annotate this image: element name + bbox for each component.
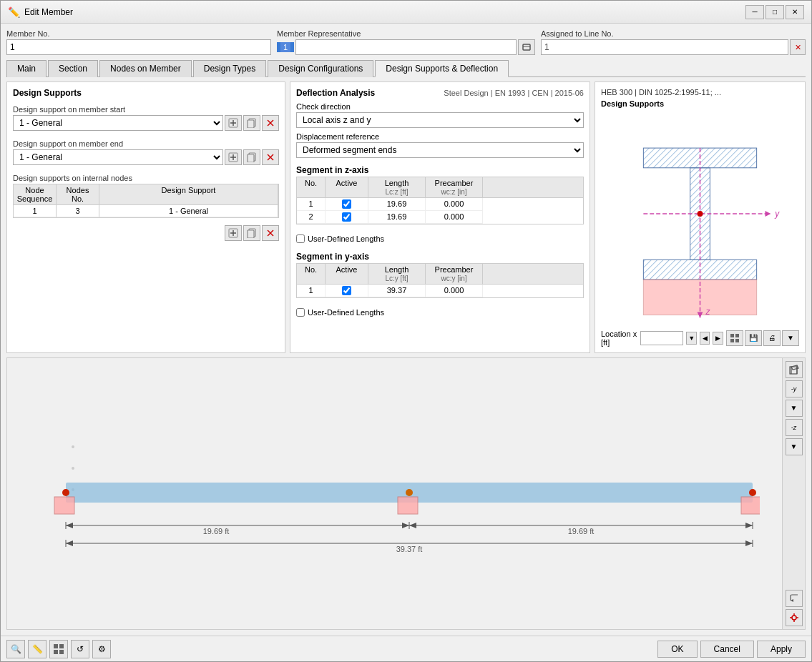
location-next-btn[interactable]: ▶	[713, 332, 723, 345]
seg-z-active-2[interactable]	[326, 211, 368, 224]
seg-y-precamber-1: 0.000	[426, 285, 483, 297]
start-support-delete-button[interactable]	[262, 115, 279, 131]
assigned-line-label: Assigned to Line No.	[541, 29, 806, 38]
diagram-special-btn-1[interactable]	[786, 590, 803, 607]
diagram-view-btn-3[interactable]: ▼	[786, 400, 803, 417]
copy-icon	[247, 228, 257, 238]
cell-support: 1 - General	[99, 205, 278, 217]
bottom-icon-grid[interactable]	[49, 640, 68, 658]
diagram-area: 19.69 ft 19.69 ft 39.37 ft	[7, 358, 782, 630]
seg-y-length-1: 39.37	[368, 285, 426, 297]
col-node-seq: NodeSequence	[14, 184, 57, 204]
tab-bar: Main Section Nodes on Member Design Type…	[6, 59, 806, 77]
add-icon	[228, 228, 238, 238]
end-support-add-button[interactable]	[225, 149, 242, 165]
seg-y-active-1[interactable]	[326, 285, 368, 297]
svg-rect-6	[248, 120, 254, 128]
cell-seq: 1	[14, 205, 57, 217]
user-defined-z-checkbox[interactable]	[296, 234, 305, 243]
seg-z-no-2: 2	[297, 211, 326, 224]
minimize-button[interactable]: ─	[745, 5, 764, 19]
internal-add-button[interactable]	[225, 225, 242, 241]
tab-section[interactable]: Section	[48, 60, 98, 77]
table-row[interactable]: 1 3 1 - General	[14, 205, 278, 217]
design-supports-title: Design Supports	[13, 88, 279, 98]
svg-point-34	[698, 211, 703, 217]
seg-z-no-1: 1	[297, 198, 326, 211]
svg-point-40	[72, 445, 74, 448]
bottom-icon-measure[interactable]: 📏	[28, 640, 47, 658]
svg-rect-77	[54, 644, 58, 648]
segment-y-title: Segment in y-axis	[296, 252, 584, 262]
member-no-input[interactable]	[6, 39, 271, 55]
bottom-icon-search[interactable]: 🔍	[6, 640, 25, 658]
cell-nodes: 3	[57, 205, 99, 217]
svg-rect-13	[248, 154, 254, 162]
end-support-copy-button[interactable]	[243, 149, 260, 165]
location-dropdown-btn[interactable]: ▼	[686, 332, 697, 345]
svg-rect-20	[248, 230, 254, 238]
seg-y-col-length: LengthLc:y [ft]	[368, 264, 426, 284]
deflection-info: Steel Design | EN 1993 | CEN | 2015-06	[444, 89, 584, 97]
add-icon	[228, 152, 238, 162]
svg-rect-0	[523, 44, 530, 50]
svg-rect-47	[54, 497, 74, 514]
beam-svg: y z	[601, 104, 799, 333]
diagram-view-btn-5[interactable]: ▼	[786, 438, 803, 455]
window-icon: ✏️	[8, 6, 20, 18]
start-support-add-button[interactable]	[225, 115, 242, 131]
maximize-button[interactable]: □	[765, 5, 784, 19]
internal-delete-button[interactable]	[262, 225, 279, 241]
seg-y-no-1: 1	[297, 285, 326, 297]
internal-nodes-label: Design supports on internal nodes	[13, 174, 279, 182]
seg-z-row-2: 2 19.69 0.000	[297, 211, 583, 224]
delete-icon	[265, 118, 275, 128]
browse-icon	[522, 43, 531, 51]
member-rep-browse-button[interactable]	[518, 39, 535, 55]
tab-main[interactable]: Main	[6, 60, 47, 77]
return-icon	[789, 593, 799, 603]
end-support-label: Design support on member end	[13, 139, 279, 148]
copy-icon	[247, 118, 257, 128]
cancel-button[interactable]: Cancel	[700, 641, 754, 658]
seg-z-col-precamber: Precamberwc:z [in]	[426, 177, 483, 197]
diagram-view-btn-2[interactable]: -y	[786, 380, 803, 397]
end-support-delete-button[interactable]	[262, 149, 279, 165]
apply-button[interactable]: Apply	[757, 641, 806, 658]
tab-nodes-on-member[interactable]: Nodes on Member	[99, 60, 192, 77]
member-no-label: Member No.	[6, 29, 271, 38]
tab-design-supports-deflection[interactable]: Design Supports & Deflection	[375, 60, 509, 77]
svg-point-72	[792, 616, 796, 620]
check-dir-label: Check direction	[296, 102, 584, 111]
check-direction-dropdown[interactable]: Local axis z and y Local axis z Local ax…	[296, 112, 584, 128]
bottom-icon-rotate[interactable]: ↺	[71, 640, 89, 658]
assigned-clear-button[interactable]: ✕	[790, 39, 806, 55]
beam-diagram: y z	[601, 111, 799, 327]
svg-point-46	[749, 489, 756, 496]
seg-z-length-1: 19.69	[368, 198, 426, 211]
diagram-view-btn-1[interactable]	[786, 361, 803, 378]
cube-icon	[788, 364, 800, 375]
ok-button[interactable]: OK	[657, 641, 697, 658]
tab-design-configurations[interactable]: Design Configurations	[268, 60, 373, 77]
close-button[interactable]: ✕	[786, 5, 804, 19]
diagram-special-btn-2[interactable]	[786, 609, 803, 626]
start-support-dropdown[interactable]: 1 - General	[13, 115, 223, 131]
internal-copy-button[interactable]	[243, 225, 260, 241]
seg-y-col-precamber: Precamberwc:y [in]	[426, 264, 483, 284]
tab-design-types[interactable]: Design Types	[193, 60, 267, 77]
seg-y-col-no: No.	[297, 264, 326, 284]
seg-z-active-1[interactable]	[326, 198, 368, 211]
col-nodes-no: NodesNo.	[57, 184, 99, 204]
location-prev-btn[interactable]: ◀	[700, 332, 710, 345]
member-rep-input[interactable]: 1 - Beam | 3 - HEB 300 | L : 39.37 ft | …	[295, 39, 517, 55]
end-support-dropdown[interactable]: 1 - General	[13, 149, 223, 165]
seg-y-col-active: Active	[326, 264, 368, 284]
svg-rect-38	[735, 339, 739, 342]
diagram-view-btn-4[interactable]: -z	[786, 419, 803, 436]
user-defined-y-checkbox[interactable]	[296, 308, 305, 317]
seg-z-col-length: LengthLc:z [ft]	[368, 177, 426, 197]
bottom-icon-settings[interactable]: ⚙	[92, 640, 111, 658]
displacement-dropdown[interactable]: Deformed segment ends Undeformed system …	[296, 142, 584, 158]
start-support-copy-button[interactable]	[243, 115, 260, 131]
